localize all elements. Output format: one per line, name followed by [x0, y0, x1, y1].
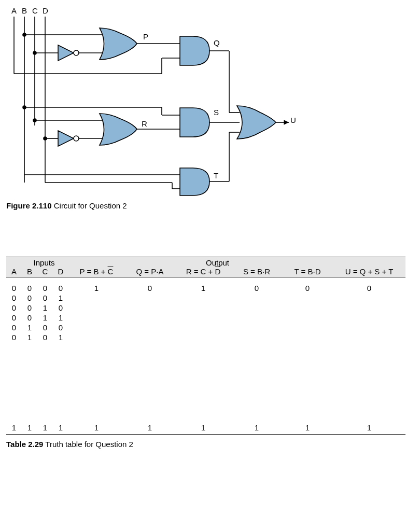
table-row: 0000101000	[6, 277, 405, 294]
th-group-inputs: Inputs	[6, 257, 68, 268]
th-c: C	[37, 267, 53, 277]
truth-table: Inputs Output A B C D P = B + C Q = P·A …	[6, 257, 405, 435]
svg-point-8	[74, 50, 79, 55]
input-label-d: D	[43, 6, 48, 15]
table-row: 0100	[6, 323, 405, 332]
th-q: Q = P·A	[124, 267, 175, 277]
table-spacer	[6, 342, 405, 421]
table-row: 0001	[6, 293, 405, 303]
circuit-svg	[6, 6, 297, 198]
svg-point-7	[33, 51, 36, 54]
signal-u: U	[290, 116, 296, 124]
signal-t: T	[214, 171, 218, 180]
signal-s: S	[214, 108, 219, 117]
table-row: 0011	[6, 313, 405, 323]
signal-p: P	[143, 32, 148, 41]
th-r: R = C + D	[175, 267, 231, 277]
th-a: A	[6, 267, 22, 277]
th-b: B	[22, 267, 37, 277]
input-label-c: C	[32, 6, 38, 15]
th-u: U = Q + S + T	[333, 267, 405, 277]
th-t: T = B·D	[282, 267, 333, 277]
th-d: D	[53, 267, 68, 277]
input-label-a: A	[11, 6, 17, 15]
figure-caption: Figure 2.110 Circuit for Question 2	[6, 201, 420, 210]
signal-q: Q	[214, 38, 220, 47]
input-label-b: B	[22, 6, 27, 15]
th-p: P = B + C	[68, 267, 124, 277]
svg-point-20	[44, 137, 47, 140]
svg-point-5	[23, 33, 26, 36]
circuit-diagram: A B C D P Q R S T U	[6, 6, 297, 198]
table-row: 0010	[6, 303, 405, 313]
th-group-output: Output	[175, 257, 231, 268]
table-row: 0101	[6, 332, 405, 342]
th-s: S = B·R	[231, 267, 282, 277]
table-caption: Table 2.29 Truth table for Question 2	[6, 440, 420, 449]
signal-r: R	[142, 119, 147, 128]
svg-point-21	[74, 136, 79, 141]
svg-point-25	[23, 106, 26, 109]
table-row: 1111111111	[6, 421, 405, 435]
svg-point-18	[33, 119, 36, 122]
